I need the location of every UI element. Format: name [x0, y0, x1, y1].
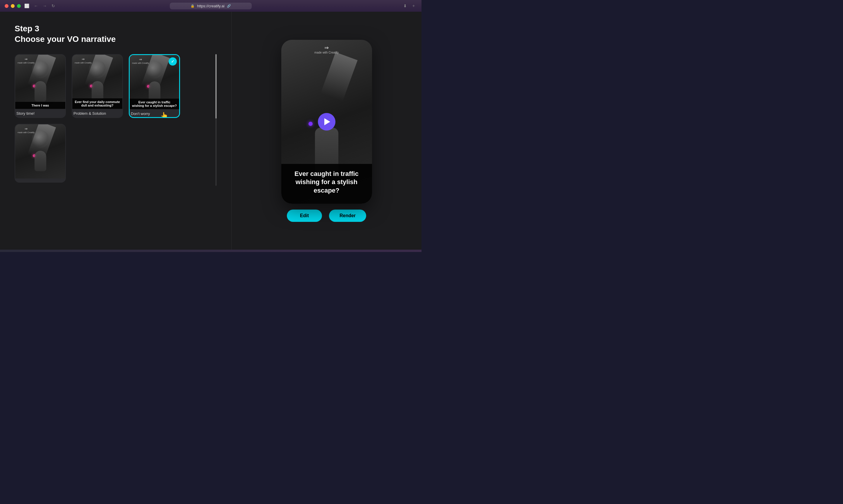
- logo-text-1: made with Creatify: [18, 62, 35, 64]
- address-bar[interactable]: 🔒 https://creatify.ai 🔗: [170, 3, 252, 10]
- scrollbar-track[interactable]: [215, 54, 217, 186]
- card-2-label: Problem & Solution: [72, 109, 122, 117]
- download-icon[interactable]: ⬇: [403, 3, 407, 8]
- creatify-logo-4: ⇒ made with Creatify: [18, 127, 35, 133]
- url-text: https://creatify.ai: [197, 4, 225, 8]
- browser-nav: ⬜ ← → ↻: [24, 3, 55, 8]
- logo-mark-3: ⇒: [139, 57, 142, 61]
- card-1-label: Story time!: [15, 109, 65, 117]
- selected-checkmark: ✓: [168, 57, 177, 66]
- phone-logo-text: made with Creatify: [315, 51, 339, 54]
- card-story-time[interactable]: ⇒ made with Creatify There I was Story t…: [15, 54, 66, 118]
- step-title: Choose your VO narrative: [15, 34, 217, 44]
- phone-caption-overlay: Ever caught in traffic wishing for a sty…: [281, 164, 372, 204]
- logo-mark-1: ⇒: [24, 57, 28, 61]
- card-1-caption: There I was: [15, 102, 65, 109]
- bottom-bar: [0, 250, 422, 252]
- main-content: Step 3 Choose your VO narrative: [0, 12, 422, 250]
- link-icon: 🔗: [227, 4, 231, 8]
- window-chrome: ⬜ ← → ↻ 🔒 https://creatify.ai 🔗 ⬇ ＋: [0, 0, 422, 12]
- cards-area: ⇒ made with Creatify There I was Story t…: [15, 54, 217, 186]
- refresh-icon[interactable]: ↻: [52, 3, 55, 8]
- person-4: [35, 151, 46, 171]
- step-label: Step 3: [15, 23, 217, 34]
- back-icon[interactable]: ←: [34, 3, 38, 8]
- cards-grid-wrap: ⇒ made with Creatify There I was Story t…: [15, 54, 211, 186]
- right-panel: ⇒ made with Creatify Ever caught in traf…: [232, 12, 422, 250]
- cards-grid: ⇒ made with Creatify There I was Story t…: [15, 54, 211, 183]
- card-4-label: [15, 179, 65, 182]
- maximize-button[interactable]: [17, 4, 21, 8]
- phone-pink-dot: [308, 122, 312, 126]
- logo-text-3: made with Creatify: [132, 62, 149, 64]
- creatify-logo-1: ⇒ made with Creatify: [18, 57, 35, 64]
- minimize-button[interactable]: [11, 4, 15, 8]
- card-3-label: Don't worry 👆: [130, 109, 179, 117]
- phone-logo-mark: ⇒: [315, 44, 339, 51]
- card-2-thumb: ⇒ made with Creatify Ever find your dail…: [72, 55, 122, 109]
- person-1: [35, 81, 46, 102]
- lock-icon: 🔒: [191, 4, 195, 8]
- card-1-thumb: ⇒ made with Creatify There I was: [15, 55, 65, 109]
- traffic-lights: [5, 4, 21, 8]
- phone-creatify-logo: ⇒ made with Creatify: [315, 44, 339, 54]
- action-buttons: Edit Render: [287, 210, 366, 222]
- cursor-icon: 👆: [160, 112, 168, 118]
- play-button[interactable]: [318, 113, 336, 130]
- close-button[interactable]: [5, 4, 8, 8]
- card-4-thumb: ⇒ made with Creatify: [15, 124, 65, 179]
- render-button[interactable]: Render: [329, 210, 366, 222]
- logo-mark-4: ⇒: [24, 127, 28, 131]
- logo-text-4: made with Creatify: [18, 131, 35, 133]
- card-4[interactable]: ⇒ made with Creatify: [15, 124, 66, 183]
- scrollbar-thumb: [215, 54, 217, 119]
- new-tab-icon[interactable]: ＋: [412, 3, 416, 8]
- phone-caption-text: Ever caught in traffic wishing for a sty…: [287, 170, 366, 195]
- forward-icon[interactable]: →: [43, 3, 47, 8]
- card-dont-worry[interactable]: ✓ ⇒ made with Creatify Ever ca: [129, 54, 180, 118]
- creatify-logo-3: ⇒ made with Creatify: [132, 57, 149, 64]
- play-triangle-icon: [324, 118, 330, 125]
- phone-mockup: ⇒ made with Creatify Ever caught in traf…: [281, 40, 372, 204]
- card-3-caption: Ever caught in traffic wishing for a sty…: [130, 98, 179, 109]
- window-right-controls: ⬇ ＋: [403, 3, 416, 8]
- edit-button[interactable]: Edit: [287, 210, 322, 222]
- creatify-logo-2: ⇒ made with Creatify: [75, 57, 92, 64]
- phone-header: ⇒ made with Creatify: [315, 44, 339, 54]
- logo-text-2: made with Creatify: [75, 62, 92, 64]
- left-panel: Step 3 Choose your VO narrative: [0, 12, 231, 250]
- card-2-caption: Ever find your daily commute dull and ex…: [72, 98, 122, 109]
- card-problem-solution[interactable]: ⇒ made with Creatify Ever find your dail…: [72, 54, 123, 118]
- logo-mark-2: ⇒: [82, 57, 85, 61]
- sidebar-icon[interactable]: ⬜: [24, 3, 29, 8]
